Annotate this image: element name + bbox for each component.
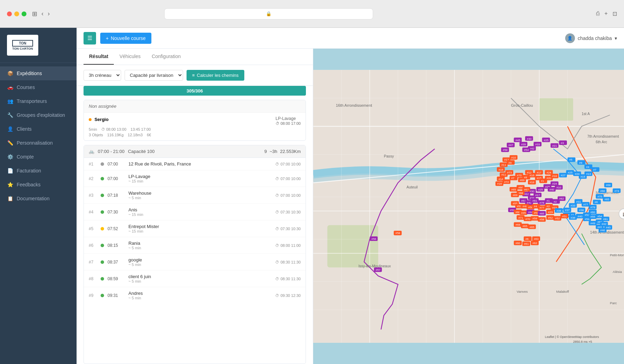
svg-text:#45: #45 xyxy=(521,211,526,215)
minimize-button[interactable] xyxy=(14,11,19,16)
svg-text:2850.8 ms ×5: 2850.8 ms ×5 xyxy=(573,340,592,343)
table-row[interactable]: #6 08:15 Rania ~ 5 min ⏱ 08:00 11:00 xyxy=(84,237,306,254)
svg-text:#71: #71 xyxy=(518,216,523,219)
svg-text:#2: #2 xyxy=(554,200,557,203)
stop-name: Rania xyxy=(128,241,272,246)
tabs: Résultat Véhicules Configuration xyxy=(77,49,313,65)
sidebar-item-clients[interactable]: 👤 Clients xyxy=(0,122,77,136)
calculate-button[interactable]: ≡ Calculer les chemins xyxy=(187,70,244,81)
new-course-button[interactable]: + Nouvelle course xyxy=(100,33,151,44)
map-area[interactable]: 16th Arrondissement Gros-Caillou 1st A 6… xyxy=(313,49,624,364)
stop-name-wrap: client 6 juin ~ 5 min xyxy=(128,274,272,283)
maximize-button[interactable] xyxy=(22,11,26,16)
svg-text:Auteuil: Auteuil xyxy=(406,185,418,189)
sidebar-item-personnalisation[interactable]: ✏️ Personnalisation xyxy=(0,136,77,150)
na-details2: 3 Objets 116.19Kg 12.18m3 6€ xyxy=(89,133,301,137)
documentation-icon: 📋 xyxy=(7,196,13,201)
table-row[interactable]: #5 07:52 Entrepot Mister ~ 15 min ⏱ 07:3… xyxy=(84,220,306,237)
stop-name-wrap: google ~ 5 min xyxy=(128,257,272,267)
share-icon[interactable]: ⎙ xyxy=(596,10,600,17)
stop-sub: ~ 5 min xyxy=(128,279,272,283)
svg-text:#30: #30 xyxy=(530,190,535,193)
table-row[interactable]: #1 07:00 12 Rue de Rivoli, Paris, France… xyxy=(84,158,306,170)
svg-text:#24: #24 xyxy=(547,171,552,174)
svg-text:#10: #10 xyxy=(511,156,516,159)
svg-text:Alésia: Alésia xyxy=(613,270,622,274)
avatar: 👤 xyxy=(565,33,575,43)
stop-window: ⏱ 07:30 10:30 xyxy=(275,227,301,231)
table-row[interactable]: #9 09:31 Andres ~ 5 min ⏱ 09:30 12:30 xyxy=(84,287,306,304)
sidebar-toggle-icon[interactable]: ⊡ xyxy=(613,10,617,17)
stop-window: ⏱ 08:30 11:30 xyxy=(275,260,301,264)
stop-time: 09:31 xyxy=(108,293,125,298)
svg-text:#6: #6 xyxy=(595,201,598,204)
sidebar-item-courses[interactable]: 🚗 Courses xyxy=(0,80,77,94)
svg-text:#54: #54 xyxy=(524,148,529,152)
stop-sub: ~ 5 min xyxy=(128,296,272,300)
svg-text:#65: #65 xyxy=(530,226,535,229)
tab-vehicules[interactable]: Véhicules xyxy=(114,49,146,65)
back-icon[interactable]: ‹ xyxy=(41,10,44,17)
svg-text:#30: #30 xyxy=(527,137,532,140)
non-assignee-item[interactable]: Sergio LP-Lavage ⏱ 08:00 17:00 5min ⏱ 08… xyxy=(84,112,306,140)
sidebar-item-label: Feedbacks xyxy=(17,182,40,187)
bike-icon: 🚲 xyxy=(89,149,94,154)
menu-button[interactable]: ☰ xyxy=(84,32,96,45)
svg-text:#24: #24 xyxy=(575,172,580,176)
na-details: 5min ⏱ 08:00 13:00 13:45 17:00 xyxy=(89,127,301,131)
sidebar-item-expeditions[interactable]: 📦 Expéditions xyxy=(0,66,77,80)
svg-text:7th Arrondissement: 7th Arrondissement xyxy=(587,134,619,138)
distance: 22.553Km xyxy=(280,149,301,154)
capacity-select[interactable]: Capacité par livraisonCapacité totale xyxy=(125,70,183,81)
stop-dot xyxy=(101,194,104,197)
tab-resultat[interactable]: Résultat xyxy=(84,49,114,65)
sidebar-item-feedbacks[interactable]: ⭐ Feedbacks xyxy=(0,178,77,192)
tab-configuration[interactable]: Configuration xyxy=(146,49,186,65)
forward-icon[interactable]: › xyxy=(48,10,50,17)
svg-text:#4: #4 xyxy=(586,165,590,169)
clock-icon: ⏱ xyxy=(275,260,279,264)
svg-text:#25: #25 xyxy=(538,188,543,191)
svg-text:#42: #42 xyxy=(530,147,535,150)
slot-select[interactable]: 3h créneau2h créneau1h créneau xyxy=(84,70,121,81)
stop-name-wrap: Entrepot Mister ~ 15 min xyxy=(128,224,272,233)
svg-text:#57: #57 xyxy=(376,268,380,272)
clock-icon: ⏱ xyxy=(275,227,279,231)
route-stats: 9 ~3h 22.553Km xyxy=(264,149,301,154)
table-row[interactable]: #3 07:18 Warehouse ~ 5 min ⏱ 07:00 10:00 xyxy=(84,187,306,204)
close-button[interactable] xyxy=(7,11,12,16)
sidebar-item-documentation[interactable]: 📋 Documentation xyxy=(0,192,77,205)
na-schedule1: ⏱ 08:00 13:00 xyxy=(101,127,126,131)
table-row[interactable]: #4 07:30 Anis ~ 15 min ⏱ 07:30 10:30 xyxy=(84,204,306,220)
na-name: Sergio xyxy=(94,117,108,122)
progress-bar: 305/306 xyxy=(84,86,306,96)
browser-chrome: ⊞ ‹ › 🔒 ⎙ + ⊡ xyxy=(0,0,624,28)
table-row[interactable]: #8 08:59 client 6 juin ~ 5 min ⏱ 08:30 1… xyxy=(84,270,306,287)
svg-text:#16: #16 xyxy=(497,182,502,185)
sidebar-item-facturation[interactable]: 📄 Facturation xyxy=(0,164,77,178)
svg-text:Parc: Parc xyxy=(610,301,617,305)
svg-text:#18: #18 xyxy=(552,175,557,178)
sidebar-item-transporteurs[interactable]: 👥 Transporteurs xyxy=(0,94,77,108)
na-volume: 12.18m3 xyxy=(128,133,143,137)
stop-time: 08:59 xyxy=(108,276,125,281)
na-duration: 5min xyxy=(89,127,97,131)
svg-text:Leaflet | © OpenStreetMap cont: Leaflet | © OpenStreetMap contributors xyxy=(545,335,599,339)
stop-name: Anis xyxy=(128,207,272,212)
user-info[interactable]: 👤 chadda chakiba ▾ xyxy=(565,33,617,43)
svg-text:#70: #70 xyxy=(517,174,522,177)
svg-text:#74: #74 xyxy=(614,189,619,193)
sidebar-item-label: Documentation xyxy=(17,196,49,201)
address-bar[interactable]: 🔒 xyxy=(164,8,373,19)
sidebar-item-compte[interactable]: ⚙️ Compte xyxy=(0,150,77,164)
svg-text:#37: #37 xyxy=(565,209,570,212)
table-row[interactable]: #7 08:37 google ~ 5 min ⏱ 08:30 11:30 xyxy=(84,254,306,270)
add-tab-icon[interactable]: + xyxy=(605,10,608,17)
clock-icon: ⏱ xyxy=(275,293,279,298)
table-row[interactable]: #2 07:00 LP-Lavage ~ 15 min ⏱ 07:00 10:0… xyxy=(84,170,306,187)
traffic-lights xyxy=(7,11,26,16)
svg-rect-2 xyxy=(327,225,378,267)
sidebar-item-groupes[interactable]: 🔧 Groupes d'exploitation xyxy=(0,108,77,122)
svg-text:#9: #9 xyxy=(579,161,583,164)
stop-dot xyxy=(101,244,104,247)
